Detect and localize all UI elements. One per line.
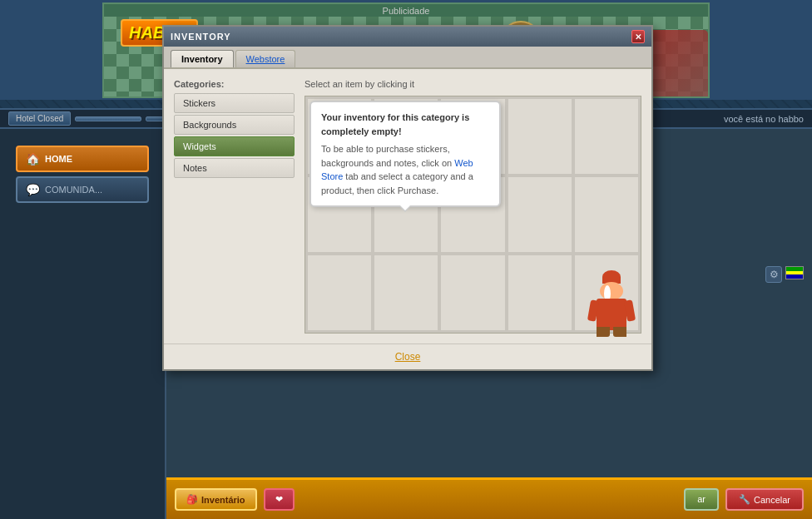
tab-inventory[interactable]: Inventory — [171, 50, 234, 67]
character-sprite — [591, 270, 632, 329]
grid-cell-11[interactable] — [307, 255, 372, 331]
category-widgets[interactable]: Widgets — [174, 136, 295, 156]
content-area: Select an item by clicking it — [304, 79, 641, 334]
grid-cell-14[interactable] — [508, 255, 572, 331]
tooltip-text-before: To be able to purchase stickers, backgro… — [321, 144, 454, 168]
content-header: Select an item by clicking it — [304, 79, 641, 89]
close-link-container: Close — [164, 344, 651, 369]
categories-panel: Categories: Stickers Backgrounds Widgets… — [174, 79, 295, 334]
inventory-modal: INVENTORY ✕ Inventory Webstore Categorie… — [162, 25, 653, 371]
grid-cell-12[interactable] — [374, 255, 438, 331]
modal-close-button[interactable]: ✕ — [631, 30, 645, 43]
modal-title: INVENTORY — [171, 32, 231, 42]
grid-cell-4[interactable] — [508, 98, 572, 175]
item-grid: Your inventory for this category is comp… — [304, 96, 641, 334]
grid-cell-13[interactable] — [440, 255, 505, 331]
tooltip-title: Your inventory for this category is comp… — [321, 111, 489, 138]
tooltip-text-after: tab and select a category and a product,… — [321, 171, 473, 195]
empty-inventory-tooltip: Your inventory for this category is comp… — [309, 101, 501, 207]
modal-tabs: Inventory Webstore — [164, 47, 651, 69]
modal-body: Categories: Stickers Backgrounds Widgets… — [164, 69, 651, 344]
category-stickers[interactable]: Stickers — [174, 93, 295, 113]
grid-cell-5[interactable] — [574, 98, 639, 175]
category-backgrounds[interactable]: Backgrounds — [174, 115, 295, 135]
modal-titlebar: INVENTORY ✕ — [164, 27, 651, 47]
category-notes[interactable]: Notes — [174, 158, 295, 178]
grid-cell-9[interactable] — [508, 176, 572, 253]
tab-webstore[interactable]: Webstore — [235, 50, 296, 67]
close-link[interactable]: Close — [395, 351, 421, 363]
grid-cell-10[interactable] — [574, 176, 639, 253]
categories-label: Categories: — [174, 79, 295, 89]
modal-overlay: INVENTORY ✕ Inventory Webstore Categorie… — [0, 0, 812, 519]
tooltip-body: To be able to purchase stickers, backgro… — [321, 142, 489, 197]
